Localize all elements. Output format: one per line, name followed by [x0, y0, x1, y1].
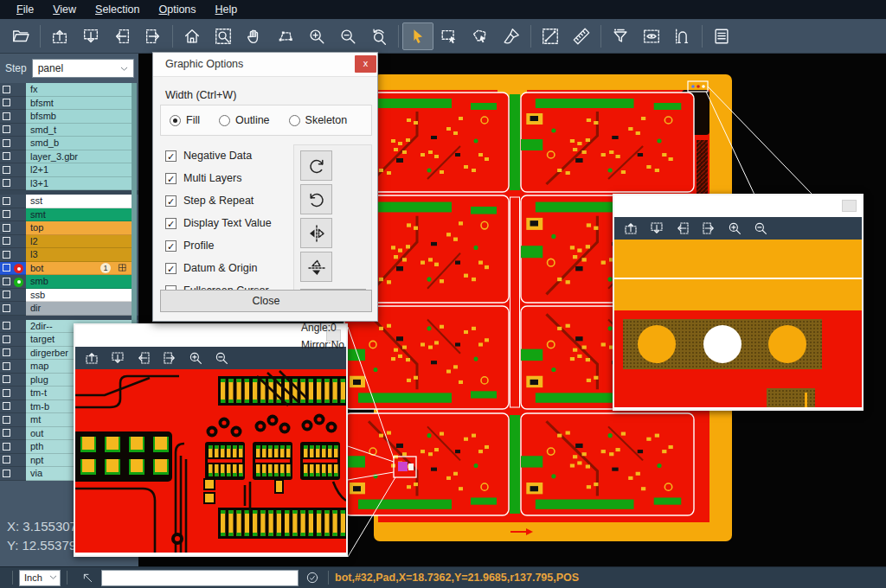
- zoom-region-button[interactable]: [208, 22, 239, 50]
- zoom-previous-button[interactable]: [363, 22, 395, 50]
- menu-item-options[interactable]: Options: [149, 2, 205, 17]
- snap-button[interactable]: [667, 22, 698, 50]
- layer-row-smd_b[interactable]: smd_b: [0, 137, 138, 150]
- checkbox-multi-layers[interactable]: ✓Multi Layers: [165, 167, 272, 189]
- layer-visibility-checkbox[interactable]: [0, 177, 26, 191]
- checkbox-profile[interactable]: ✓Profile: [165, 234, 272, 257]
- layer-row-l2+1[interactable]: l2+1: [0, 163, 138, 177]
- layer-visibility-checkbox[interactable]: [0, 289, 26, 303]
- magnifier-menu-button[interactable]: [842, 200, 857, 212]
- menu-item-view[interactable]: View: [43, 2, 86, 17]
- poly-select-button[interactable]: [465, 22, 496, 50]
- pan-hand-button[interactable]: [239, 22, 270, 50]
- layer-visibility-checkbox[interactable]: [0, 221, 26, 235]
- layer-row-fx[interactable]: fx: [0, 83, 138, 97]
- open-folder-button[interactable]: [5, 22, 36, 50]
- zoom-out-button[interactable]: [209, 348, 234, 368]
- zoom-in-button[interactable]: [722, 218, 748, 239]
- layer-visibility-checkbox[interactable]: [0, 440, 26, 454]
- layer-visibility-checkbox[interactable]: [0, 83, 26, 97]
- radio-outline[interactable]: Outline: [219, 114, 270, 126]
- radio-skeleton[interactable]: Skeleton: [289, 114, 348, 126]
- panel-down-button[interactable]: [105, 348, 131, 368]
- layer-row-dir[interactable]: dir: [0, 302, 138, 316]
- panel-right-button[interactable]: [157, 348, 183, 368]
- layer-visibility-checkbox[interactable]: [0, 137, 26, 150]
- layer-visibility-checkbox[interactable]: [0, 387, 26, 400]
- panel-left-button[interactable]: [670, 218, 696, 239]
- panel-left-button[interactable]: [131, 348, 157, 368]
- ruler-button[interactable]: [566, 22, 597, 50]
- layer-row-l3+1[interactable]: l3+1: [0, 177, 138, 191]
- mirror-v-button[interactable]: [300, 252, 332, 282]
- checkbox-step-repeat[interactable]: ✓Step & Repeat: [165, 189, 272, 212]
- layer-visibility-checkbox[interactable]: [0, 320, 26, 334]
- layer-visibility-checkbox[interactable]: [0, 374, 26, 387]
- menu-item-file[interactable]: File: [7, 2, 43, 17]
- grid-icon[interactable]: [118, 263, 127, 276]
- menu-item-help[interactable]: Help: [206, 2, 247, 17]
- view-eye-button[interactable]: [636, 22, 667, 50]
- layer-visibility-checkbox[interactable]: [0, 110, 26, 124]
- layer-visibility-checkbox[interactable]: [0, 333, 26, 347]
- dialog-titlebar[interactable]: Graphic Options x: [153, 53, 377, 77]
- panel-left-button[interactable]: [106, 22, 138, 50]
- layer-visibility-checkbox[interactable]: [0, 195, 26, 208]
- layer-visibility-checkbox[interactable]: [0, 467, 26, 481]
- layer-visibility-checkbox[interactable]: [0, 302, 26, 316]
- select-arrow-button[interactable]: [402, 22, 433, 50]
- layer-visibility-checkbox[interactable]: [0, 163, 26, 177]
- zoom-lasso-button[interactable]: [270, 22, 301, 50]
- layer-visibility-checkbox[interactable]: [0, 275, 26, 289]
- zoom-in-button[interactable]: [183, 348, 209, 368]
- home-button[interactable]: [177, 22, 208, 50]
- layer-visibility-checkbox[interactable]: [0, 248, 26, 262]
- apply-icon[interactable]: [305, 571, 319, 585]
- unit-select[interactable]: Inch: [19, 570, 61, 586]
- layer-row-top[interactable]: top: [0, 221, 138, 235]
- clean-brush-button[interactable]: [496, 22, 527, 50]
- layer-visibility-checkbox[interactable]: [0, 454, 26, 468]
- mirror-h-button[interactable]: [300, 218, 332, 248]
- angle-measure-icon[interactable]: [80, 571, 94, 585]
- measure-diag-button[interactable]: [535, 22, 566, 50]
- layer-row-bfsmt[interactable]: bfsmt: [0, 97, 138, 111]
- zoom-in-button[interactable]: [301, 22, 332, 50]
- panel-right-button[interactable]: [138, 22, 169, 50]
- layer-visibility-checkbox[interactable]: [0, 347, 26, 361]
- zoom-out-button[interactable]: [748, 218, 774, 239]
- layer-visibility-checkbox[interactable]: [0, 413, 26, 427]
- layer-visibility-checkbox[interactable]: [0, 208, 26, 222]
- panel-up-button[interactable]: [618, 218, 644, 239]
- layer-visibility-checkbox[interactable]: [0, 124, 26, 137]
- layer-visibility-checkbox[interactable]: [0, 427, 26, 441]
- step-select[interactable]: panel: [32, 59, 134, 78]
- zoom-out-button[interactable]: [332, 22, 363, 50]
- report-button[interactable]: [706, 22, 737, 50]
- layer-visibility-checkbox[interactable]: [0, 360, 26, 374]
- panel-down-button[interactable]: [644, 218, 670, 239]
- rotate-cw-button[interactable]: [300, 150, 332, 181]
- layer-visibility-checkbox[interactable]: [0, 97, 26, 111]
- layer-row-ssb[interactable]: ssb: [0, 289, 138, 303]
- layer-visibility-checkbox[interactable]: [0, 150, 26, 164]
- magnifier-view[interactable]: [614, 240, 862, 407]
- command-input[interactable]: [101, 570, 299, 586]
- layer-row-sst[interactable]: sst: [0, 195, 138, 208]
- panel-up-button[interactable]: [79, 348, 105, 368]
- radio-fill[interactable]: Fill: [170, 114, 200, 126]
- checkbox-negative-data[interactable]: ✓Negative Data: [165, 144, 272, 167]
- checkbox-datum-origin[interactable]: ✓Datum & Origin: [165, 257, 272, 279]
- layer-row-layer_3.gbr[interactable]: layer_3.gbr: [0, 150, 138, 164]
- layer-row-bfsmb[interactable]: bfsmb: [0, 110, 138, 124]
- close-icon[interactable]: x: [355, 55, 376, 73]
- layer-row-l3[interactable]: l3: [0, 248, 138, 262]
- layer-row-smd_t[interactable]: smd_t: [0, 124, 138, 137]
- layer-visibility-checkbox[interactable]: [0, 235, 26, 249]
- rotate-ccw-button[interactable]: [300, 184, 332, 214]
- layer-row-smb[interactable]: smb: [0, 275, 138, 289]
- layer-row-l2[interactable]: l2: [0, 235, 138, 249]
- panel-up-button[interactable]: [44, 22, 75, 50]
- layer-visibility-checkbox[interactable]: [0, 400, 26, 414]
- rect-select-button[interactable]: [433, 22, 465, 50]
